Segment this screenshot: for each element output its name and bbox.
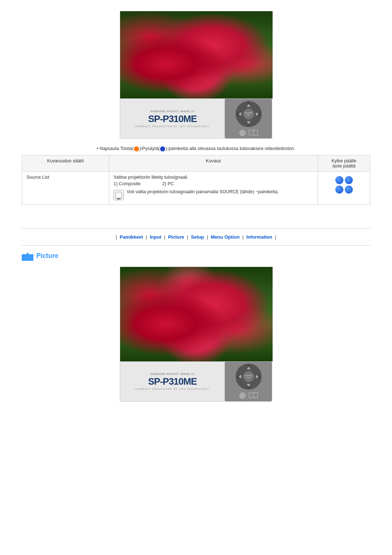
source-note-text: Voit valita projektorin tulosignaalin pa… (127, 189, 279, 194)
d-arrow-left-bottom-icon (237, 375, 241, 378)
nav-link-input[interactable]: Input (150, 234, 162, 240)
brand-model: SP-P310ME (148, 113, 197, 125)
picture-section-icon (22, 251, 33, 261)
blue-circle-1 (335, 176, 343, 184)
nav-sep-2: | (164, 234, 165, 240)
th-kuvaus: Kuvaus (109, 155, 318, 171)
nav-link-menu-option[interactable]: Menu Option (211, 234, 240, 240)
nav-link-setup[interactable]: Setup (191, 234, 204, 240)
nav-link-picture[interactable]: Picture (168, 234, 184, 240)
projector-image-bottom: SAMSUNG POCKET IMAGE III SP-P310ME COMPA… (22, 267, 370, 402)
source-label-bottom: SOURCECEF (245, 374, 252, 379)
source-icon-inner (115, 192, 122, 198)
svg-rect-1 (23, 255, 33, 260)
d-arrow-right-icon (256, 112, 260, 116)
d-pad-bottom: SOURCECEF (236, 364, 262, 390)
projector-image-top: SAMSUNG POCKET IMAGE III SP-P310ME COMPA… (22, 11, 370, 139)
blue-circle-4 (345, 186, 353, 194)
toggle-icons-cell (318, 171, 370, 204)
projector-composite-bottom: SAMSUNG POCKET IMAGE III SP-P310ME COMPA… (120, 267, 272, 402)
ctrl-btn-1-bottom (239, 392, 246, 399)
brand-small: SAMSUNG POCKET IMAGE III (150, 110, 195, 113)
source-desc-text: Valitse projektoriin liitetty tulosignaa… (114, 175, 313, 180)
th-kuvaruudun: Kuvaruudun säätö (22, 155, 109, 171)
play-icon (134, 146, 139, 151)
info-note: • Napsauta Toista()/Pysäytä()-painiketta… (22, 146, 370, 151)
source-icon (114, 190, 124, 200)
blue-circle-pair-2 (335, 186, 353, 194)
d-pad-center-bottom: SOURCECEF (243, 371, 254, 382)
d-arrow-down-icon (247, 121, 250, 125)
brand-panel-bottom: SAMSUNG POCKET IMAGE III SP-P310ME COMPA… (120, 362, 225, 401)
d-arrow-up-icon (247, 103, 250, 107)
stop-icon (160, 146, 165, 151)
rect-inner-1 (249, 130, 253, 135)
nav-sep-6: | (275, 234, 276, 240)
info-table: Kuvaruudun säätö Kuvaus Kytke päälle/poi… (22, 155, 370, 205)
picture-section-title: Picture (36, 252, 58, 260)
source-desc: Valitse projektoriin liitetty tulosignaa… (109, 171, 318, 204)
rect-inner-1-bottom (249, 393, 253, 397)
th-kytke-text: Kytke päälle/pois päältä (332, 158, 356, 169)
table-row-source: Source List Valitse projektoriin liitett… (22, 171, 370, 204)
d-arrow-right-bottom-icon (256, 375, 260, 378)
d-arrow-left-icon (237, 112, 241, 116)
blue-circles-top (322, 176, 366, 184)
blue-circles-bottom (322, 186, 366, 194)
nav-link-information[interactable]: Information (246, 234, 273, 240)
brand-subtitle-bottom: COMPACT PROJECTOR BY LED TECHNOLOGY (135, 388, 209, 390)
ctrl-btn-1 (239, 129, 246, 137)
option-composite: 1) Composite (114, 181, 140, 186)
ctrl-btn-rect (248, 129, 258, 136)
projector-composite-top: SAMSUNG POCKET IMAGE III SP-P310ME COMPA… (120, 11, 272, 139)
blue-circle-2 (345, 176, 353, 184)
blue-circle-pair-1 (335, 176, 353, 184)
source-list-label: Source List (22, 171, 109, 204)
d-pad-ring: SOURCECEF (236, 101, 262, 127)
tulip-photo-top (120, 11, 273, 98)
ctrl-btn-rect-bottom (248, 392, 258, 398)
d-arrow-up-bottom-icon (247, 365, 250, 369)
th-kytke: Kytke päälle/pois päältä (318, 155, 370, 171)
rect-inner-2 (254, 130, 257, 135)
tulip-photo-bottom (120, 267, 273, 361)
brand-panel: SAMSUNG POCKET IMAGE III SP-P310ME COMPA… (120, 99, 225, 138)
control-buttons-row (239, 129, 258, 137)
nav-sep-4: | (207, 234, 208, 240)
section-header: Picture (22, 251, 370, 261)
control-panel-bottom: SOURCECEF (225, 362, 272, 401)
brand-subtitle: COMPACT PROJECTOR BY LED TECHNOLOGY (135, 125, 209, 127)
brand-model-bottom: SP-P310ME (148, 376, 197, 387)
d-pad-ring-bottom: SOURCECEF (236, 364, 262, 390)
brand-small-bottom: SAMSUNG POCKET IMAGE III (150, 373, 195, 375)
nav-sep-5: | (242, 234, 244, 240)
source-label: SOURCECEF (245, 112, 252, 116)
nav-bar: | Painikkeet | Input | Picture | Setup |… (22, 228, 370, 246)
source-note-row: Voit valita projektorin tulosignaalin pa… (114, 188, 313, 202)
rect-inner-2-bottom (254, 393, 257, 397)
projector-bottom-top: SAMSUNG POCKET IMAGE III SP-P310ME COMPA… (120, 98, 272, 138)
projector-bottom-bottom: SAMSUNG POCKET IMAGE III SP-P310ME COMPA… (120, 361, 272, 401)
nav-sep-3: | (187, 234, 188, 240)
nav-sep-1: | (146, 234, 147, 240)
nav-sep-0: | (116, 234, 117, 240)
blue-circle-3 (335, 186, 343, 194)
option-pc: 2) PC (162, 181, 174, 186)
source-options: 1) Composite 2) PC (114, 180, 313, 188)
d-arrow-down-bottom-icon (247, 384, 250, 388)
d-pad-center: SOURCECEF (243, 109, 254, 119)
d-pad: SOURCECEF (236, 101, 262, 127)
control-buttons-row-bottom (239, 392, 258, 399)
control-panel: SOURCECEF (225, 99, 272, 138)
nav-link-painikkeet[interactable]: Painikkeet (120, 234, 143, 240)
